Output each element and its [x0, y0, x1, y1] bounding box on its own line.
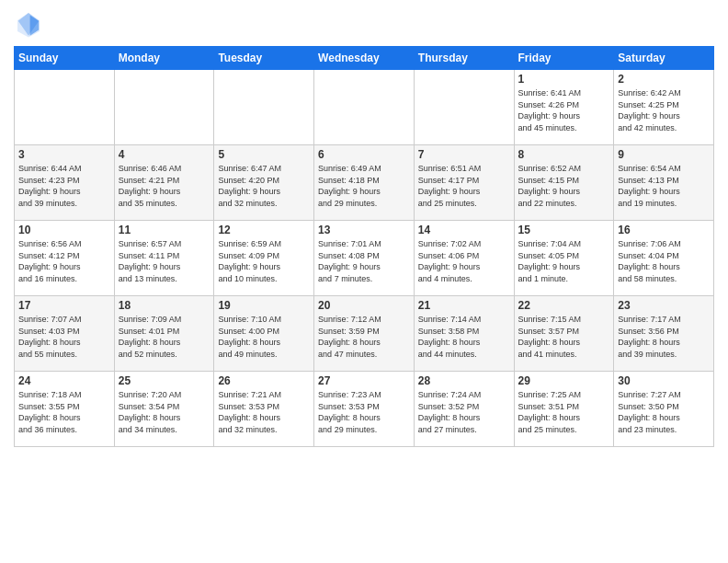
weekday-header-monday: Monday: [114, 47, 214, 70]
day-cell: 25Sunrise: 7:20 AM Sunset: 3:54 PM Dayli…: [114, 372, 214, 447]
day-number: 26: [218, 374, 310, 387]
day-info: Sunrise: 7:23 AM Sunset: 3:53 PM Dayligh…: [318, 389, 410, 435]
day-number: 14: [418, 224, 510, 236]
day-cell: 27Sunrise: 7:23 AM Sunset: 3:53 PM Dayli…: [314, 372, 415, 447]
day-cell: 22Sunrise: 7:15 AM Sunset: 3:57 PM Dayli…: [514, 296, 614, 372]
day-number: 22: [518, 299, 610, 312]
day-number: 2: [618, 73, 710, 86]
day-cell: 28Sunrise: 7:24 AM Sunset: 3:52 PM Dayli…: [414, 372, 514, 447]
day-info: Sunrise: 7:14 AM Sunset: 3:58 PM Dayligh…: [418, 314, 510, 360]
day-cell: [314, 70, 415, 145]
day-cell: 16Sunrise: 7:06 AM Sunset: 4:04 PM Dayli…: [614, 221, 714, 296]
day-number: 7: [418, 148, 510, 161]
day-info: Sunrise: 6:59 AM Sunset: 4:09 PM Dayligh…: [218, 238, 310, 284]
day-number: 8: [518, 148, 610, 161]
day-info: Sunrise: 7:12 AM Sunset: 3:59 PM Dayligh…: [318, 314, 410, 360]
weekday-header-wednesday: Wednesday: [314, 47, 415, 70]
day-number: 25: [119, 374, 210, 387]
day-number: 3: [18, 148, 110, 161]
header: [14, 9, 714, 39]
day-info: Sunrise: 7:09 AM Sunset: 4:01 PM Dayligh…: [119, 314, 210, 360]
day-cell: 2Sunrise: 6:42 AM Sunset: 4:25 PM Daylig…: [614, 70, 714, 145]
day-info: Sunrise: 7:18 AM Sunset: 3:55 PM Dayligh…: [18, 389, 110, 435]
day-cell: 23Sunrise: 7:17 AM Sunset: 3:56 PM Dayli…: [614, 296, 714, 372]
day-cell: 29Sunrise: 7:25 AM Sunset: 3:51 PM Dayli…: [514, 372, 614, 447]
day-info: Sunrise: 6:56 AM Sunset: 4:12 PM Dayligh…: [18, 238, 110, 284]
day-info: Sunrise: 6:47 AM Sunset: 4:20 PM Dayligh…: [218, 163, 310, 209]
day-info: Sunrise: 7:27 AM Sunset: 3:50 PM Dayligh…: [618, 389, 710, 435]
day-number: 21: [418, 299, 510, 312]
day-cell: 30Sunrise: 7:27 AM Sunset: 3:50 PM Dayli…: [614, 372, 714, 447]
day-info: Sunrise: 7:04 AM Sunset: 4:05 PM Dayligh…: [518, 238, 610, 284]
day-cell: [414, 70, 514, 145]
day-number: 20: [318, 299, 410, 312]
day-info: Sunrise: 7:02 AM Sunset: 4:06 PM Dayligh…: [418, 238, 510, 284]
day-number: 27: [318, 374, 410, 387]
week-row-3: 10Sunrise: 6:56 AM Sunset: 4:12 PM Dayli…: [15, 221, 714, 296]
day-number: 19: [218, 299, 310, 312]
weekday-header-row: SundayMondayTuesdayWednesdayThursdayFrid…: [15, 47, 714, 70]
day-info: Sunrise: 7:25 AM Sunset: 3:51 PM Dayligh…: [518, 389, 610, 435]
day-info: Sunrise: 6:54 AM Sunset: 4:13 PM Dayligh…: [618, 163, 710, 209]
weekday-header-sunday: Sunday: [15, 47, 115, 70]
page: SundayMondayTuesdayWednesdayThursdayFrid…: [0, 0, 728, 563]
day-cell: 5Sunrise: 6:47 AM Sunset: 4:20 PM Daylig…: [214, 145, 314, 221]
day-cell: 14Sunrise: 7:02 AM Sunset: 4:06 PM Dayli…: [414, 221, 514, 296]
day-cell: 19Sunrise: 7:10 AM Sunset: 4:00 PM Dayli…: [214, 296, 314, 372]
day-cell: 6Sunrise: 6:49 AM Sunset: 4:18 PM Daylig…: [314, 145, 415, 221]
day-number: 23: [618, 299, 710, 312]
day-cell: 9Sunrise: 6:54 AM Sunset: 4:13 PM Daylig…: [614, 145, 714, 221]
day-info: Sunrise: 7:07 AM Sunset: 4:03 PM Dayligh…: [18, 314, 110, 360]
day-cell: 18Sunrise: 7:09 AM Sunset: 4:01 PM Dayli…: [114, 296, 214, 372]
day-number: 5: [218, 148, 310, 161]
day-number: 4: [119, 148, 210, 161]
weekday-header-saturday: Saturday: [614, 47, 714, 70]
week-row-2: 3Sunrise: 6:44 AM Sunset: 4:23 PM Daylig…: [15, 145, 714, 221]
day-info: Sunrise: 6:57 AM Sunset: 4:11 PM Dayligh…: [119, 238, 210, 284]
day-cell: 24Sunrise: 7:18 AM Sunset: 3:55 PM Dayli…: [15, 372, 115, 447]
day-number: 28: [418, 374, 510, 387]
day-number: 10: [18, 224, 110, 236]
day-number: 11: [119, 224, 210, 236]
calendar: SundayMondayTuesdayWednesdayThursdayFrid…: [14, 46, 714, 447]
day-info: Sunrise: 6:52 AM Sunset: 4:15 PM Dayligh…: [518, 163, 610, 209]
day-info: Sunrise: 6:44 AM Sunset: 4:23 PM Dayligh…: [18, 163, 110, 209]
day-number: 30: [618, 374, 710, 387]
weekday-header-friday: Friday: [514, 47, 614, 70]
day-number: 29: [518, 374, 610, 387]
day-number: 17: [18, 299, 110, 312]
day-info: Sunrise: 7:21 AM Sunset: 3:53 PM Dayligh…: [218, 389, 310, 435]
day-cell: 4Sunrise: 6:46 AM Sunset: 4:21 PM Daylig…: [114, 145, 214, 221]
day-info: Sunrise: 7:17 AM Sunset: 3:56 PM Dayligh…: [618, 314, 710, 360]
day-cell: 1Sunrise: 6:41 AM Sunset: 4:26 PM Daylig…: [514, 70, 614, 145]
day-number: 16: [618, 224, 710, 236]
day-info: Sunrise: 6:41 AM Sunset: 4:26 PM Dayligh…: [518, 87, 610, 133]
day-info: Sunrise: 7:15 AM Sunset: 3:57 PM Dayligh…: [518, 314, 610, 360]
day-cell: 20Sunrise: 7:12 AM Sunset: 3:59 PM Dayli…: [314, 296, 415, 372]
day-cell: 26Sunrise: 7:21 AM Sunset: 3:53 PM Dayli…: [214, 372, 314, 447]
day-info: Sunrise: 7:06 AM Sunset: 4:04 PM Dayligh…: [618, 238, 710, 284]
week-row-1: 1Sunrise: 6:41 AM Sunset: 4:26 PM Daylig…: [15, 70, 714, 145]
day-cell: 7Sunrise: 6:51 AM Sunset: 4:17 PM Daylig…: [414, 145, 514, 221]
day-cell: [15, 70, 115, 145]
day-number: 18: [119, 299, 210, 312]
day-number: 12: [218, 224, 310, 236]
day-cell: 8Sunrise: 6:52 AM Sunset: 4:15 PM Daylig…: [514, 145, 614, 221]
day-number: 6: [318, 148, 410, 161]
day-info: Sunrise: 7:24 AM Sunset: 3:52 PM Dayligh…: [418, 389, 510, 435]
day-cell: 15Sunrise: 7:04 AM Sunset: 4:05 PM Dayli…: [514, 221, 614, 296]
week-row-5: 24Sunrise: 7:18 AM Sunset: 3:55 PM Dayli…: [15, 372, 714, 447]
logo: [14, 9, 47, 39]
day-cell: 12Sunrise: 6:59 AM Sunset: 4:09 PM Dayli…: [214, 221, 314, 296]
weekday-header-thursday: Thursday: [414, 47, 514, 70]
day-cell: 21Sunrise: 7:14 AM Sunset: 3:58 PM Dayli…: [414, 296, 514, 372]
week-row-4: 17Sunrise: 7:07 AM Sunset: 4:03 PM Dayli…: [15, 296, 714, 372]
day-number: 24: [18, 374, 110, 387]
day-info: Sunrise: 7:01 AM Sunset: 4:08 PM Dayligh…: [318, 238, 410, 284]
day-cell: 10Sunrise: 6:56 AM Sunset: 4:12 PM Dayli…: [15, 221, 115, 296]
day-info: Sunrise: 6:49 AM Sunset: 4:18 PM Dayligh…: [318, 163, 410, 209]
day-number: 15: [518, 224, 610, 236]
day-number: 9: [618, 148, 710, 161]
day-info: Sunrise: 7:10 AM Sunset: 4:00 PM Dayligh…: [218, 314, 310, 360]
day-cell: 17Sunrise: 7:07 AM Sunset: 4:03 PM Dayli…: [15, 296, 115, 372]
